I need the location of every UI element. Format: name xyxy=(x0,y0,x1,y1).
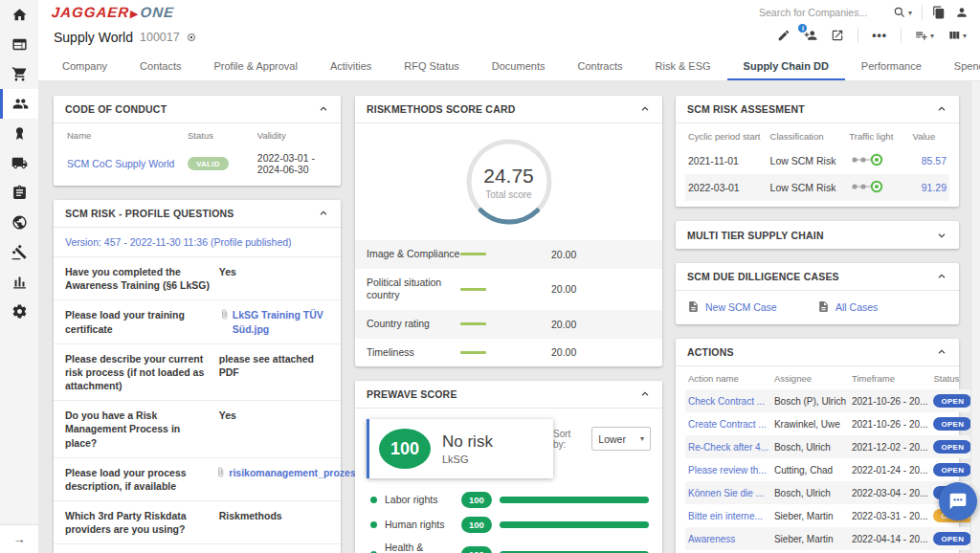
score-label: Political situation country xyxy=(367,276,460,302)
tab-spend[interactable]: Spend xyxy=(938,53,980,80)
actions-table: Action name Assignee Timeframe Status Ch… xyxy=(685,366,980,553)
sort-select[interactable]: Lower ▾ xyxy=(591,427,651,451)
tab-rfq-status[interactable]: RFQ Status xyxy=(388,53,475,80)
card-title: PREWAVE SCORE xyxy=(367,388,457,400)
gavel-icon xyxy=(11,244,28,260)
tab-profile-approval[interactable]: Profile & Approval xyxy=(198,53,314,80)
collapse-button[interactable] xyxy=(318,103,329,115)
tab-contacts[interactable]: Contacts xyxy=(123,53,197,80)
action-name-link[interactable]: Re-Check after 4... xyxy=(688,442,768,453)
layout-columns-button[interactable]: ▾ xyxy=(947,29,967,42)
attachment-link[interactable]: LkSG Training TÜV Süd.jpg xyxy=(233,308,329,335)
tab-activities[interactable]: Activities xyxy=(314,53,388,80)
link-label[interactable]: All Cases xyxy=(835,301,878,313)
company-id: 100017 xyxy=(140,31,180,44)
windows-button[interactable] xyxy=(932,6,946,19)
category-score-bar xyxy=(500,521,649,528)
total-score-gauge: 24.75 Total score xyxy=(355,123,662,240)
playlist-add-icon xyxy=(915,29,928,42)
tab-documents[interactable]: Documents xyxy=(476,53,562,80)
collapse-button[interactable] xyxy=(639,388,651,400)
search-input[interactable] xyxy=(759,7,883,18)
assessment-value-link[interactable]: 85.57 xyxy=(922,155,947,166)
tab-performance[interactable]: Performance xyxy=(845,53,938,80)
sidebar-item-cart[interactable] xyxy=(0,59,38,89)
riskmethods-score-card: RISKMETHODS SCORE CARD 24.75 Total score xyxy=(355,96,662,366)
open-in-new-button[interactable] xyxy=(831,29,844,42)
question-text: Have you completed the Awareness Trainin… xyxy=(65,265,212,292)
action-name-link[interactable]: Create Contract ... xyxy=(688,419,767,430)
prewave-score-card: PREWAVE SCORE 100 No risk LkSG xyxy=(355,381,662,553)
trend-dash-icon xyxy=(460,322,486,325)
assignee: Sieber, Martin xyxy=(771,504,849,527)
assign-user-button[interactable]: i xyxy=(804,29,817,42)
card-title: MULTI TIER SUPPLY CHAIN xyxy=(687,230,824,241)
tab-risk-esg[interactable]: Risk & ESG xyxy=(639,53,727,80)
tab-contracts[interactable]: Contracts xyxy=(561,53,638,80)
sidebar-item-home[interactable] xyxy=(0,0,38,30)
score-value: 20.00 xyxy=(551,249,576,260)
risk-label: No risk xyxy=(442,432,493,452)
collapse-arrow-icon: → xyxy=(13,532,26,546)
more-actions-button[interactable]: ••• xyxy=(872,29,887,42)
person-add-icon xyxy=(804,29,817,42)
answer-text: please see attached PDF xyxy=(219,352,329,393)
table-row: SCM CoC Supply World VALID 2022-03-01 - … xyxy=(63,145,331,182)
new-scm-case-link[interactable]: New SCM Case xyxy=(687,300,817,313)
edit-button[interactable] xyxy=(777,29,791,42)
assessment-value-link[interactable]: 91.29 xyxy=(922,182,947,193)
score-row: Political situation country 20.00 xyxy=(355,269,662,310)
collapse-button[interactable] xyxy=(936,271,947,282)
person-icon xyxy=(955,6,969,19)
chat-fab-button[interactable] xyxy=(939,482,977,520)
sidebar-item-logistics[interactable] xyxy=(0,148,38,178)
sidebar-item-settings[interactable] xyxy=(0,297,38,326)
collapse-button[interactable] xyxy=(936,346,947,358)
category-row: Labor rights 100 xyxy=(367,492,651,508)
all-cases-link[interactable]: All Cases xyxy=(817,300,947,313)
cart-icon xyxy=(11,66,28,82)
add-widget-button[interactable]: ▾ xyxy=(915,29,934,42)
profile-version-link[interactable]: Version: 457 - 2022-11-30 11:36 (Profile… xyxy=(65,236,292,248)
category-label: Health & Safety xyxy=(385,542,454,553)
link-label[interactable]: New SCM Case xyxy=(705,301,777,313)
coc-name-link[interactable]: SCM CoC Supply World xyxy=(67,158,174,169)
sidebar-item-dashboard[interactable] xyxy=(0,30,38,59)
assignee: Bosch, Ulrich xyxy=(771,435,849,458)
header: JAGGAER▶ONE ▾ Supply World 100017 i xyxy=(38,0,980,81)
column-header: Cyclic period start xyxy=(685,123,768,147)
classification: Low SCM Risk xyxy=(768,147,847,174)
action-name-link[interactable]: Check Contract ... xyxy=(688,396,765,407)
account-button[interactable] xyxy=(955,6,969,19)
tab-company[interactable]: Company xyxy=(46,53,123,80)
column-header: Status xyxy=(184,123,254,145)
collapse-button[interactable] xyxy=(318,208,329,219)
scm-due-diligence-cases-card: SCM DUE DILLIGENCE CASES New SCM Case Al… xyxy=(676,263,959,324)
sidebar-item-award[interactable] xyxy=(0,119,38,148)
chevron-down-icon xyxy=(936,230,947,241)
sidebar-item-global[interactable] xyxy=(0,208,38,237)
trend-dash-icon xyxy=(460,253,486,255)
scrollbar-track[interactable] xyxy=(970,81,980,553)
users-icon xyxy=(12,96,29,112)
action-name-link[interactable]: Please review th... xyxy=(688,465,767,476)
company-settings-button[interactable] xyxy=(187,30,196,45)
column-middle: RISKMETHODS SCORE CARD 24.75 Total score xyxy=(355,96,662,553)
sidebar-expand-button[interactable]: → xyxy=(0,524,38,553)
sidebar-item-analytics[interactable] xyxy=(0,267,38,297)
pencil-icon xyxy=(777,29,791,42)
clipboard-icon xyxy=(11,185,28,201)
search-button[interactable]: ▾ xyxy=(893,6,912,19)
tab-supply-chain-dd[interactable]: Supply Chain DD xyxy=(727,53,845,80)
action-name-link[interactable]: Awareness xyxy=(688,534,735,544)
sidebar-item-suppliers[interactable] xyxy=(0,89,38,119)
expand-button[interactable] xyxy=(936,230,947,241)
action-name-link[interactable]: Bitte ein interne... xyxy=(688,511,763,521)
caret-down-icon: ▾ xyxy=(930,32,934,40)
collapse-button[interactable] xyxy=(639,103,651,115)
green-dot-icon xyxy=(370,497,377,503)
sidebar-item-clipboard[interactable] xyxy=(0,178,38,208)
collapse-button[interactable] xyxy=(936,103,947,115)
sidebar-item-auctions[interactable] xyxy=(0,237,38,267)
action-name-link[interactable]: Können Sie die ... xyxy=(688,488,764,498)
